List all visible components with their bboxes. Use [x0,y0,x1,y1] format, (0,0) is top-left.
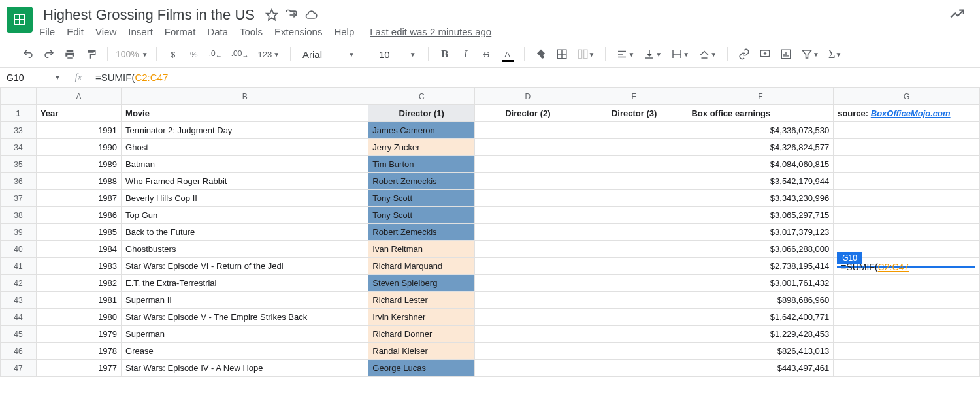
active-cell-editor[interactable]: =SUMIF(C2:C47 [837,266,975,268]
row-header[interactable]: 46 [1,343,37,360]
cell-director3[interactable] [581,139,687,156]
cell-G[interactable] [834,173,980,190]
cell-director1[interactable]: Robert Zemeckis [368,173,475,190]
cell-earnings[interactable]: $3,065,297,715 [687,207,834,224]
cell-director1[interactable]: Jerry Zucker [368,139,475,156]
cell-earnings[interactable]: $2,738,195,414 [687,258,834,275]
row-header[interactable]: 40 [1,241,37,258]
cell-year[interactable]: 1985 [36,224,121,241]
cell-director2[interactable] [475,156,581,173]
merge-cells-button[interactable]: ▼ [574,45,598,63]
cell-G[interactable] [834,360,980,377]
cell-director1[interactable]: Irvin Kershner [368,309,475,326]
cell-G[interactable]: G10 =SUMIF(C2:C47 [834,258,980,275]
cell-G[interactable] [834,292,980,309]
cell-movie[interactable]: Who Framed Roger Rabbit [122,173,368,190]
horizontal-align-button[interactable]: ▼ [613,45,637,63]
menu-edit[interactable]: Edit [67,26,84,37]
cell-earnings[interactable]: $3,343,230,996 [687,190,834,207]
cell-earnings[interactable]: $3,066,288,000 [687,241,834,258]
cell-director1[interactable]: Tony Scott [368,190,475,207]
cell-movie[interactable]: Top Gun [122,207,368,224]
select-all-corner[interactable] [1,88,37,105]
cell-director3[interactable] [581,258,687,275]
cell-G[interactable] [834,207,980,224]
cell-movie[interactable]: Star Wars: Episode VI - Return of the Je… [122,258,368,275]
borders-button[interactable] [553,45,570,63]
row-header[interactable]: 44 [1,309,37,326]
cell-year[interactable]: 1980 [36,309,121,326]
row-header[interactable]: 39 [1,224,37,241]
header-director1[interactable]: Director (1) [368,105,475,122]
cell-earnings[interactable]: $3,542,179,944 [687,173,834,190]
cell-year[interactable]: 1977 [36,360,121,377]
cell-movie[interactable]: Batman [122,156,368,173]
cell-director2[interactable] [475,292,581,309]
cell-director1[interactable]: Richard Donner [368,326,475,343]
text-rotation-button[interactable]: ▼ [696,45,719,63]
cell-earnings[interactable]: $4,084,060,815 [687,156,834,173]
cell-director3[interactable] [581,241,687,258]
cell-director1[interactable]: George Lucas [368,360,475,377]
menu-insert[interactable]: Insert [128,26,153,37]
col-C[interactable]: C [368,88,475,105]
row-header[interactable]: 47 [1,360,37,377]
cell-year[interactable]: 1990 [36,139,121,156]
spreadsheet-grid[interactable]: A B C D E F G 1 Year Movie Director (1) … [0,87,980,377]
col-E[interactable]: E [581,88,687,105]
col-A[interactable]: A [36,88,121,105]
source-link[interactable]: BoxOfficeMojo.com [871,108,951,118]
cell-G[interactable] [834,139,980,156]
font-size-dropdown[interactable]: 10▼ [375,49,420,60]
filter-button[interactable]: ▼ [798,45,822,63]
format-123-button[interactable]: 123▼ [255,45,282,63]
functions-button[interactable]: Σ▼ [826,45,844,63]
cell-director1[interactable]: Randal Kleiser [368,343,475,360]
header-source[interactable]: source: BoxOfficeMojo.com [834,105,980,122]
cell-movie[interactable]: Superman [122,326,368,343]
col-G[interactable]: G [834,88,980,105]
insert-comment-button[interactable] [757,45,774,63]
bold-button[interactable]: B [436,45,453,63]
currency-button[interactable]: $ [165,45,182,63]
star-icon[interactable] [265,8,278,22]
explore-icon[interactable] [949,5,966,24]
cell-year[interactable]: 1979 [36,326,121,343]
vertical-align-button[interactable]: ▼ [641,45,664,63]
cell-director3[interactable] [581,309,687,326]
header-director2[interactable]: Director (2) [475,105,581,122]
col-B[interactable]: B [122,88,368,105]
row-header[interactable]: 36 [1,173,37,190]
menu-help[interactable]: Help [334,26,354,37]
cell-year[interactable]: 1986 [36,207,121,224]
row-header[interactable]: 37 [1,190,37,207]
text-color-button[interactable]: A [499,45,516,63]
cell-G[interactable] [834,190,980,207]
cell-director3[interactable] [581,343,687,360]
cell-earnings[interactable]: $1,642,400,771 [687,309,834,326]
header-director3[interactable]: Director (3) [581,105,687,122]
italic-button[interactable]: I [457,45,474,63]
cell-earnings[interactable]: $443,497,461 [687,360,834,377]
cell-movie[interactable]: Terminator 2: Judgment Day [122,122,368,139]
cell-movie[interactable]: Superman II [122,292,368,309]
cell-earnings[interactable]: $898,686,960 [687,292,834,309]
menu-view[interactable]: View [95,26,116,37]
header-earnings[interactable]: Box office earnings [687,105,834,122]
cell-director2[interactable] [475,190,581,207]
cell-director3[interactable] [581,156,687,173]
last-edit-link[interactable]: Last edit was 2 minutes ago [370,26,491,37]
header-year[interactable]: Year [36,105,121,122]
print-button[interactable] [61,45,78,63]
cell-director1[interactable]: Tony Scott [368,207,475,224]
cell-director3[interactable] [581,292,687,309]
cell-earnings[interactable]: $4,336,073,530 [687,122,834,139]
row-header[interactable]: 35 [1,156,37,173]
cell-director1[interactable]: Robert Zemeckis [368,224,475,241]
cell-director3[interactable] [581,207,687,224]
cell-movie[interactable]: Star Wars: Episode V - The Empire Strike… [122,309,368,326]
cell-director2[interactable] [475,224,581,241]
cell-director2[interactable] [475,139,581,156]
cell-year[interactable]: 1987 [36,190,121,207]
cell-director1[interactable]: Steven Spielberg [368,275,475,292]
